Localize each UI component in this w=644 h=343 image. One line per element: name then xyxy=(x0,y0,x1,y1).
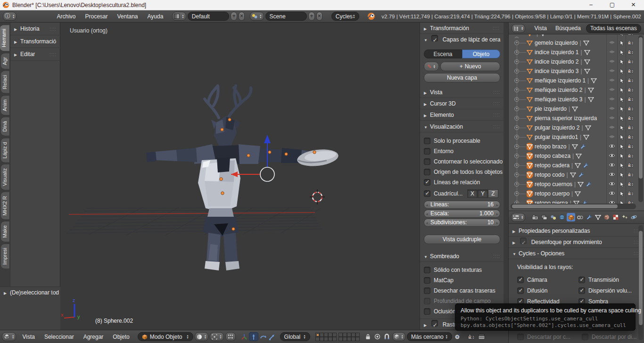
tool-shelf-tab[interactable]: Diná xyxy=(1,117,10,136)
outliner-row[interactable]: + retopo cuernos | xyxy=(509,180,638,189)
outliner-row[interactable]: + pulgar izquierdo 2 | xyxy=(509,123,638,132)
render-camera-icon[interactable] xyxy=(627,144,634,149)
expand-icon[interactable]: + xyxy=(514,59,519,64)
render-camera-icon[interactable] xyxy=(627,97,634,102)
world-tab-icon[interactable] xyxy=(558,213,566,221)
selectable-cursor-icon[interactable] xyxy=(620,163,624,168)
particles-tab-icon[interactable] xyxy=(620,213,629,221)
axis-toggle[interactable]: X xyxy=(467,189,478,198)
expand-icon[interactable]: + xyxy=(514,116,519,121)
visibility-eye-icon[interactable] xyxy=(609,78,615,82)
quad-view-button[interactable]: Vista cuádruple xyxy=(424,235,500,244)
tool-shelf-tab[interactable]: Visualiz xyxy=(1,164,10,190)
gpencil-object-tab[interactable]: Objeto xyxy=(462,49,500,58)
outliner-row[interactable]: + retopo codo | xyxy=(509,170,638,180)
tool-panel-header[interactable]: ▶Transformació:::: xyxy=(10,35,60,48)
render-camera-icon[interactable] xyxy=(627,191,634,196)
panel-header[interactable]: ▶Elemento:::: xyxy=(420,109,504,121)
axis-toggle[interactable]: Y xyxy=(478,189,488,198)
expand-icon[interactable]: + xyxy=(514,172,519,177)
outliner-row[interactable]: + pierna superior izquierda | xyxy=(509,114,638,123)
visibility-eye-icon[interactable] xyxy=(609,97,615,101)
viewport-shading-select[interactable]: ▲▼ xyxy=(195,332,208,341)
tool-shelf-tab[interactable]: Relaci xyxy=(1,71,10,94)
scene-name-field[interactable]: Scene xyxy=(265,12,307,21)
selectable-cursor-icon[interactable] xyxy=(620,172,624,178)
outliner-row[interactable]: + | xyxy=(509,34,638,38)
snap-target-select[interactable]: Más cercano▲▼ xyxy=(407,332,452,341)
visibility-eye-icon[interactable] xyxy=(609,172,615,177)
checkbox-row[interactable]: Entorno xyxy=(424,146,504,156)
physics-tab-icon[interactable] xyxy=(629,213,638,221)
modifiers-tab-icon[interactable] xyxy=(585,213,593,221)
tool-shelf-tab[interactable]: Impresi xyxy=(1,244,10,269)
manipulate-centers-toggle[interactable] xyxy=(225,332,236,341)
render-camera-icon[interactable] xyxy=(627,134,634,139)
tool-shelf-tab[interactable]: Anim xyxy=(1,95,10,115)
outliner-row[interactable]: + retopo cuerpo | xyxy=(509,189,638,198)
render-camera-icon[interactable] xyxy=(627,163,634,168)
motion-tracking-checkbox[interactable] xyxy=(431,320,438,327)
menu-item[interactable]: Vista xyxy=(530,23,551,34)
scrollbar-thumb[interactable] xyxy=(639,37,643,179)
render-camera-icon[interactable] xyxy=(627,34,634,36)
visibility-eye-icon[interactable] xyxy=(609,153,615,158)
outliner-row[interactable]: + pie izquierdo | xyxy=(509,104,638,114)
add-scene-button[interactable]: + xyxy=(308,12,314,21)
expand-icon[interactable]: + xyxy=(514,191,519,196)
expand-icon[interactable]: + xyxy=(514,88,519,92)
render-camera-icon[interactable] xyxy=(627,181,634,187)
visibility-eye-icon[interactable] xyxy=(609,115,615,120)
render-camera-icon[interactable] xyxy=(627,115,634,121)
editor-type-button[interactable]: ▲▼ xyxy=(511,213,525,222)
render-tab-icon[interactable] xyxy=(531,213,539,221)
visibility-eye-icon[interactable] xyxy=(609,134,615,139)
render-camera-icon[interactable] xyxy=(627,106,634,111)
panel-grip[interactable]: :::: xyxy=(50,23,57,35)
outliner-row[interactable]: + retopo cadera | xyxy=(509,161,638,170)
panel-header[interactable]: ▶Vista:::: xyxy=(420,87,504,98)
outliner-row[interactable]: + indice izquierdo 3 | xyxy=(509,66,638,76)
checkbox-row[interactable]: Cámara xyxy=(517,274,577,285)
motion-blur-checkbox[interactable] xyxy=(520,237,527,244)
constraints-tab-icon[interactable] xyxy=(576,213,584,221)
outliner-row[interactable]: + indice izquierdo 2 | xyxy=(509,57,638,66)
visibility-eye-icon[interactable] xyxy=(609,40,615,45)
selectable-cursor-icon[interactable] xyxy=(620,125,624,131)
layer-buttons[interactable] xyxy=(315,333,360,341)
render-camera-icon[interactable] xyxy=(627,68,634,74)
screen-layout-button[interactable]: ▲▼ xyxy=(172,12,186,21)
expand-icon[interactable]: + xyxy=(514,135,519,139)
visibility-eye-icon[interactable] xyxy=(609,163,615,167)
checkbox-row[interactable]: Origen de todos los objetos xyxy=(424,167,504,177)
expand-icon[interactable]: + xyxy=(514,125,519,130)
checkbox-row[interactable]: Contornear lo seleccionado xyxy=(424,156,504,167)
menu-item[interactable]: Búsqueda xyxy=(551,23,585,34)
checkbox-row[interactable]: Descartar por c... xyxy=(517,331,570,343)
outliner-row[interactable]: + indice izquierdo 1 | xyxy=(509,48,638,57)
outliner-row[interactable]: + meñique izquierdo 1 | xyxy=(509,76,638,85)
tool-shelf-tab[interactable]: Agr xyxy=(1,53,10,69)
selectable-cursor-icon[interactable] xyxy=(620,134,624,140)
lock-to-scene-toggle[interactable] xyxy=(364,332,372,341)
tool-shelf-tab[interactable]: MHX2 R xyxy=(1,192,10,220)
outliner-row[interactable]: + gemelo izquierdo | xyxy=(509,38,638,48)
operator-panel-header[interactable]: ▶(De)seleccionar tod:::: xyxy=(0,287,60,298)
visibility-eye-icon[interactable] xyxy=(609,125,615,130)
expand-icon[interactable]: + xyxy=(514,69,519,74)
checkbox-row[interactable]: Sólido con texturas xyxy=(424,265,504,275)
texture-tab-icon[interactable] xyxy=(611,213,620,221)
axis-toggle[interactable]: Z xyxy=(488,189,498,198)
translate-manipulator-toggle[interactable] xyxy=(249,332,258,341)
selectable-cursor-icon[interactable] xyxy=(620,115,624,121)
visibility-eye-icon[interactable] xyxy=(609,59,615,64)
visibility-eye-icon[interactable] xyxy=(609,191,615,196)
gpencil-panel-header[interactable]: ▼ Capas de lápiz de cera:::: xyxy=(420,34,504,45)
close-button[interactable]: ✕ xyxy=(623,0,644,10)
menu-item[interactable]: Seleccionar xyxy=(40,331,79,343)
tool-shelf-tab[interactable]: Herrami xyxy=(0,24,10,51)
expand-icon[interactable]: + xyxy=(514,97,519,102)
shading-panel-header[interactable]: ▼Sombreado:::: xyxy=(420,251,504,262)
expand-icon[interactable]: + xyxy=(514,163,519,168)
expand-icon[interactable]: + xyxy=(514,106,519,111)
